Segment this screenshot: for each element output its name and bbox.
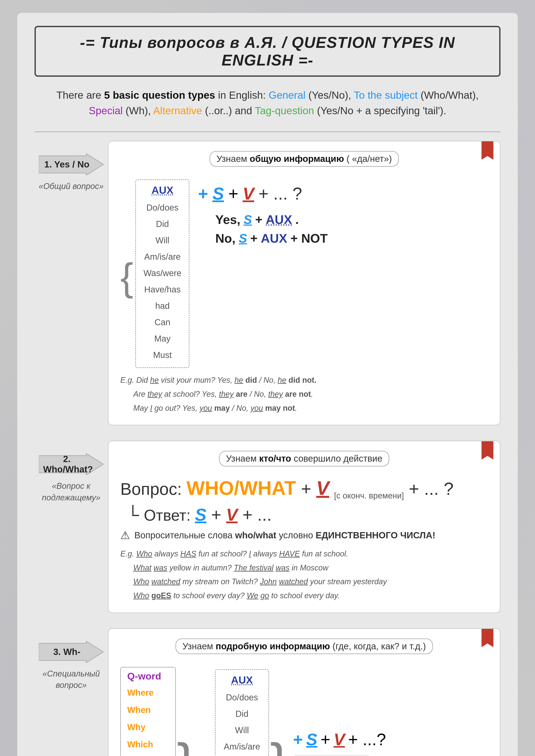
subtitle-general: General — [269, 90, 306, 101]
s3-aux-item: Do/does — [223, 689, 261, 706]
qword-why: Why — [127, 718, 169, 736]
section1-aux-list: Do/does Did Will Am/is/are Was/were Have… — [143, 199, 181, 363]
subtitle-mid: in English: — [215, 90, 269, 101]
section2-warning-text: Вопросительные слова who/what условно ЕД… — [134, 530, 436, 540]
section2-v: V — [316, 477, 329, 499]
section2-whohat: WHO/WHAT — [186, 477, 296, 499]
section3-formula-row: Q-word Where When Why Which Whose Who Wh… — [120, 667, 488, 756]
subtitle-bold: 5 basic question types — [104, 90, 215, 101]
section1-arrow-label: 1. Yes / No «Общий вопрос» — [35, 154, 108, 192]
section3-arrow: 3. Wh- — [39, 641, 103, 663]
s2-example-3: Who watched my stream on Twitch? John wa… — [133, 575, 488, 589]
section2-answer-arrow: └ — [127, 505, 139, 524]
answer-yes-plus: + — [255, 212, 263, 227]
section-wh: 3. Wh- «Специальныйвопрос» Узнаем подроб… — [35, 628, 500, 756]
qword-whose: Whose — [127, 753, 169, 756]
qword-where: Where — [127, 684, 169, 701]
answer-no-aux: AUX — [261, 231, 287, 245]
s2-example-2: What was yellow in autumn? The festival … — [133, 561, 488, 575]
aux-item: Must — [143, 347, 181, 363]
answer-no-plus: + — [250, 231, 258, 245]
subtitle-subject: To the subject — [354, 90, 418, 101]
section2-sublabel: «Вопрос кподлежащему» — [42, 480, 100, 503]
answer-no-s: S — [239, 231, 247, 245]
answer-yes-dot: . — [296, 212, 299, 227]
s3-aux-item: Will — [223, 722, 261, 738]
section3-plus3: + — [321, 730, 330, 749]
section1-sublabel: «Общий вопрос» — [39, 180, 104, 192]
section2-info-label: Узнаем кто/что совершило действие — [219, 451, 389, 466]
subtitle-general-note: (Yes/No), — [306, 90, 354, 101]
subtitle-tag: Tag-question — [255, 105, 314, 116]
aux-item: Did — [143, 216, 181, 232]
section2-answer-s: S — [195, 505, 206, 524]
section-yes-no: 1. Yes / No «Общий вопрос» Узнаем общую … — [35, 141, 500, 425]
answer-no: No, — [215, 231, 235, 245]
s3-aux-item: Am/is/are — [223, 738, 261, 755]
section1-label: 1. Yes / No — [43, 159, 91, 170]
answer-yes: Yes, — [215, 212, 240, 227]
section1-info-intro: Узнаем — [216, 154, 250, 164]
s2-example-1: E.g. Who always HAS fun at school? I alw… — [120, 547, 488, 561]
section3-info-note: (где, когда, как? и т.д.) — [330, 641, 426, 651]
section2-info-intro: Узнаем — [226, 453, 259, 464]
example-1: E.g. Did he visit your mum? Yes, he did … — [120, 373, 488, 387]
section1-arrow: 1. Yes / No — [39, 154, 103, 175]
aux-item: Am/is/are — [143, 249, 181, 265]
answer-yes-aux: AUX — [266, 212, 292, 227]
subtitle-alternative: Alternative — [153, 105, 202, 116]
section3-content: Узнаем подробную информацию (где, когда,… — [108, 628, 500, 756]
section1-dots: + ... ? — [259, 184, 302, 204]
section3-plus1: + — [200, 753, 211, 756]
section2-warning: ⚠ Вопросительные слова who/what условно … — [120, 529, 488, 542]
section2-answer: └ Ответ: S + V + ... — [127, 505, 488, 525]
section2-answer-dots: + ... — [242, 505, 272, 524]
subtitle-subject-note: (Who/What), — [418, 90, 479, 101]
section3-sv-formula: + S + V + ...? — [293, 730, 386, 749]
page-container: -= Типы вопросов в А.Я. / QUESTION TYPES… — [17, 13, 518, 756]
section1-info-label: Узнаем общую информацию ( «да/нет») — [210, 151, 399, 167]
section1-info-bold: общую информацию — [250, 154, 344, 164]
warning-icon: ⚠ — [120, 529, 130, 542]
subtitle-special-note: (Wh), — [123, 105, 153, 116]
section3-info-intro: Узнаем — [183, 641, 216, 651]
section2-arrow: 2. Who/What? — [39, 453, 103, 475]
section3-aux-box: AUX Do/does Did Will Am/is/are Was/were … — [215, 669, 269, 756]
section3-sublabel: «Специальныйвопрос» — [42, 668, 100, 691]
section3-aux-title: AUX — [223, 674, 261, 686]
aux-item: May — [143, 330, 181, 347]
section2-label: 2. Who/What? — [43, 454, 91, 474]
section3-aux-group: AUX Do/does Did Will Am/is/are Was/were … — [215, 669, 289, 756]
aux-item: Have/has — [143, 281, 181, 298]
subtitle-alternative-note: (..or..) and — [202, 105, 255, 116]
section2-vopros: Вопрос: — [120, 479, 186, 499]
section3-info-label: Узнаем подробную информацию (где, когда,… — [176, 638, 433, 654]
section1-content: Узнаем общую информацию ( «да/нет») { AU… — [108, 141, 500, 425]
section3-qword-title: Q-word — [127, 671, 169, 682]
section1-aux-title: AUX — [143, 184, 181, 196]
section2-arrow-label: 2. Who/What? «Вопрос кподлежащему» — [35, 453, 108, 503]
section2-info-bold: кто/что — [259, 453, 291, 464]
section3-qword-list: Where When Why Which Whose Who What How … — [127, 684, 169, 756]
answer-no-not: + NOT — [291, 231, 327, 245]
section1-plus: + — [198, 184, 208, 204]
section3-v: V — [334, 730, 345, 749]
subtitle: There are 5 basic question types in Engl… — [35, 88, 500, 119]
section3-qword-box: Q-word Where When Why Which Whose Who Wh… — [120, 667, 176, 756]
section2-plus-v: + — [301, 479, 316, 499]
section3-s: S — [306, 730, 318, 749]
subtitle-special: Special — [89, 105, 123, 116]
section2-formula: Вопрос: WHO/WHAT + V [с оконч. времени] … — [120, 477, 488, 500]
section2-examples: E.g. Who always HAS fun at school? I alw… — [120, 547, 488, 603]
subtitle-intro: There are — [56, 90, 104, 101]
section3-sv-group: + S + V + ...? Ответ: S + V +... — [293, 730, 386, 756]
s3-aux-item: Did — [223, 706, 261, 722]
section3-dots: + ...? — [348, 730, 386, 749]
example-3: May I go out? Yes, you may / No, you may… — [133, 401, 488, 415]
section2-plus-dots: + ... ? — [409, 479, 454, 499]
qword-which: Which — [127, 736, 169, 753]
section2-answer-v: V — [226, 505, 238, 524]
section2-v-sub: [с оконч. времени] — [334, 491, 404, 500]
section2-content: Узнаем кто/что совершило действие Вопрос… — [108, 441, 500, 613]
section2-info-note: совершило действие — [291, 453, 382, 464]
